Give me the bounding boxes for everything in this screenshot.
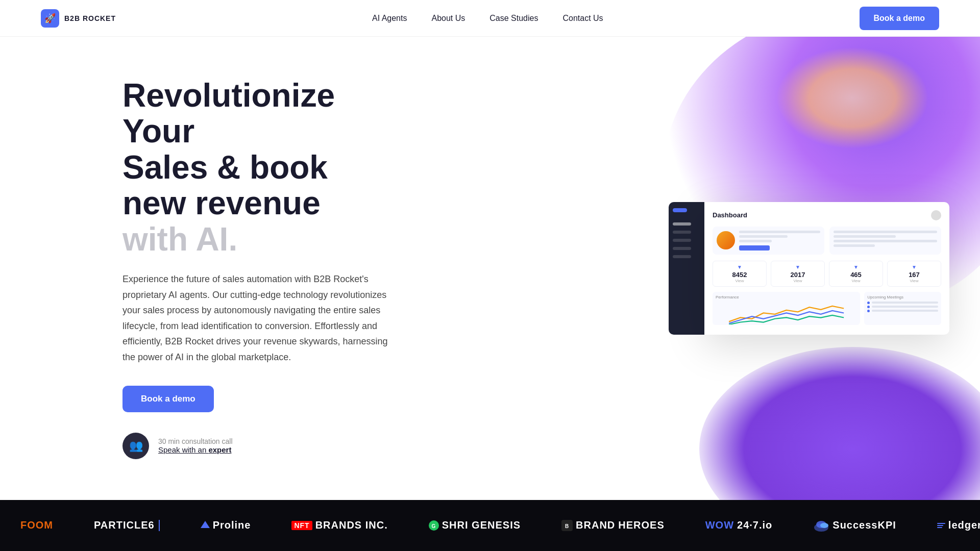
svg-marker-0 <box>201 521 210 528</box>
chart-label: Performance <box>716 295 857 299</box>
meeting-dot-3 <box>867 310 870 312</box>
sidebar-item-1 <box>673 222 691 226</box>
card-line-2 <box>739 235 788 238</box>
nav-case-studies[interactable]: Case Studies <box>489 14 538 22</box>
msg-line-2 <box>834 235 896 238</box>
bg-blob-bottom <box>699 347 980 500</box>
nav-ai-agents[interactable]: AI Agents <box>372 14 407 22</box>
stat-num-2: 2017 <box>775 271 820 279</box>
card-line-3 <box>739 240 772 242</box>
card-content <box>739 231 820 251</box>
consult-call-text: 30 min consultation call <box>158 437 233 445</box>
msg-line-4 <box>834 244 875 247</box>
consult-expert-link[interactable]: Speak with an expert <box>158 445 231 454</box>
navbar: 🚀 B2B ROCKET AI Agents About Us Case Stu… <box>0 0 980 37</box>
card-button <box>739 245 770 251</box>
meeting-line-2 <box>872 306 938 308</box>
stat-4: ▼ 167 View <box>887 261 941 287</box>
dashboard-title: Dashboard <box>713 211 747 219</box>
logo-brandheroes: B BRANDHEROES <box>561 519 665 531</box>
dashboard-avatar <box>931 210 941 220</box>
card-line-1 <box>739 231 820 233</box>
logos-track: FOOM PARTICLE6 Proline NFT BRANDS INC. G… <box>0 519 980 532</box>
stat-icon-4: ▼ <box>892 264 937 270</box>
hero-book-demo-button[interactable]: Book a demo <box>122 386 214 412</box>
stat-label-4: View <box>892 279 937 283</box>
bg-blob-orange <box>776 47 929 149</box>
logo-foom: FOOM <box>20 519 53 531</box>
dashboard-stats: ▼ 8452 View ▼ 2017 View ▼ 465 View ▼ 167 <box>713 261 941 287</box>
logo-proline: Proline <box>201 519 251 531</box>
msg-line-3 <box>834 240 937 242</box>
meeting-dot-1 <box>867 302 870 304</box>
consult-text-block: 30 min consultation call Speak with an e… <box>158 437 233 455</box>
logo-successkpi: SuccessKPI <box>813 519 896 532</box>
stat-icon-2: ▼ <box>775 264 820 270</box>
stat-label-1: View <box>717 279 762 283</box>
logo-shri-genesis: G SHRI GENESIS <box>429 519 521 531</box>
sidebar-item-5 <box>673 255 691 258</box>
meeting-3 <box>867 310 938 312</box>
svg-point-7 <box>820 523 828 528</box>
nav-contact-us[interactable]: Contact Us <box>562 14 603 22</box>
meeting-2 <box>867 306 938 308</box>
dashboard-header: Dashboard <box>713 210 941 220</box>
stat-icon-1: ▼ <box>717 264 762 270</box>
svg-text:B: B <box>565 523 569 529</box>
chart-svg <box>716 302 857 324</box>
dashboard-card-1 <box>713 227 824 255</box>
stat-3: ▼ 465 View <box>829 261 883 287</box>
stat-label-2: View <box>775 279 820 283</box>
stat-label-3: View <box>834 279 878 283</box>
consult-icon: 👥 <box>122 433 149 459</box>
logo-text: B2B ROCKET <box>64 14 116 22</box>
hero-title-sales: Sales & book new revenue <box>122 149 328 221</box>
stat-2: ▼ 2017 View <box>771 261 825 287</box>
meeting-1 <box>867 302 938 304</box>
hero-title-with-ai: with AI. <box>122 221 237 258</box>
stat-num-4: 167 <box>892 271 937 279</box>
stat-1: ▼ 8452 View <box>713 261 767 287</box>
hero-title: Revolutionize Your Sales & book new reve… <box>122 78 388 257</box>
meeting-dot-2 <box>867 306 870 308</box>
stat-icon-3: ▼ <box>834 264 878 270</box>
dashboard-sidebar <box>669 202 704 335</box>
dashboard-main: Dashboard <box>704 202 949 335</box>
logo-ledgerfi: ledgerfi <box>937 519 980 531</box>
nav-links: AI Agents About Us Case Studies Contact … <box>372 14 603 23</box>
dashboard-chart-row: Performance Upcoming Meetings <box>713 292 941 325</box>
logos-strip: FOOM PARTICLE6 Proline NFT BRANDS INC. G… <box>0 500 980 551</box>
msg-line-1 <box>834 231 937 233</box>
hero-description: Experience the future of sales automatio… <box>122 271 388 365</box>
logo[interactable]: 🚀 B2B ROCKET <box>41 9 116 28</box>
logo-wow247: WOW 24·7.io <box>705 519 773 531</box>
dashboard-preview: Dashboard <box>669 202 949 335</box>
logo-particle6: PARTICLE6 <box>94 519 160 531</box>
meeting-line-1 <box>872 302 938 304</box>
logo-nft: NFT BRANDS INC. <box>291 519 387 531</box>
sidebar-item-4 <box>673 247 691 250</box>
logo-icon: 🚀 <box>41 9 59 28</box>
meeting-line-3 <box>872 310 938 312</box>
sidebar-logo <box>673 208 687 212</box>
dashboard-card-2 <box>829 227 941 255</box>
hero-consult: 👥 30 min consultation call Speak with an… <box>122 433 388 459</box>
nav-about-us[interactable]: About Us <box>431 14 465 22</box>
performance-chart: Performance <box>713 292 860 325</box>
sidebar-item-2 <box>673 231 691 234</box>
stat-num-3: 465 <box>834 271 878 279</box>
svg-text:G: G <box>431 523 436 529</box>
dashboard-cards <box>713 227 941 255</box>
sidebar-item-3 <box>673 239 691 242</box>
lines-icon <box>937 523 945 528</box>
nav-book-demo-button[interactable]: Book a demo <box>860 7 939 30</box>
meetings-panel: Upcoming Meetings <box>864 292 941 325</box>
hero-section: Revolutionize Your Sales & book new reve… <box>0 37 980 500</box>
hero-content: Revolutionize Your Sales & book new reve… <box>0 37 388 500</box>
stat-num-1: 8452 <box>717 271 762 279</box>
meetings-label: Upcoming Meetings <box>867 295 938 299</box>
card-avatar <box>717 231 735 249</box>
